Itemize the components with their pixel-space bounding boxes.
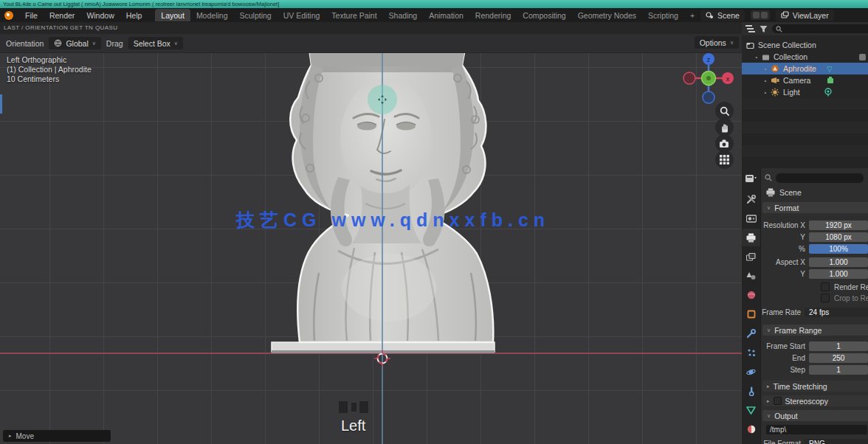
tab-shading[interactable]: Shading [383, 9, 424, 21]
tab-scene[interactable] [742, 267, 760, 285]
tab-sculpting[interactable]: Sculpting [234, 9, 278, 21]
frame-rate-dropdown[interactable]: 24 fps [805, 308, 868, 317]
scene-selector[interactable]: Scene [700, 10, 745, 21]
tab-scripting[interactable]: Scripting [642, 9, 684, 21]
tab-render[interactable] [742, 209, 760, 227]
disclosure-dot[interactable]: • [754, 54, 760, 60]
output-path-field[interactable]: /tmp\ [766, 425, 867, 434]
outliner-search-input[interactable] [772, 24, 868, 33]
tab-uv-editing[interactable]: UV Editing [278, 9, 326, 21]
resolution-y-field[interactable]: 1080 px [809, 232, 868, 242]
tab-particles[interactable] [742, 344, 760, 361]
editor-type-selector[interactable] [742, 170, 760, 187]
tab-constraints[interactable] [742, 382, 760, 400]
menu-render[interactable]: Render [44, 10, 80, 21]
mesh-data-icon[interactable]: ▽ [827, 65, 833, 73]
tab-output[interactable] [742, 229, 760, 246]
add-workspace-button[interactable]: + [684, 9, 700, 21]
tab-view-layer[interactable] [742, 248, 760, 266]
outliner-editor-icon[interactable] [745, 25, 755, 33]
tab-object[interactable] [742, 305, 760, 323]
outliner-row-scene-collection[interactable]: Scene Collection [742, 39, 868, 51]
tab-rendering[interactable]: Rendering [469, 9, 517, 21]
aspect-x-field[interactable]: 1.000 [809, 257, 868, 267]
file-format-dropdown[interactable]: PNG [805, 439, 868, 444]
menu-help[interactable]: Help [120, 10, 148, 21]
tool-icon [746, 195, 756, 204]
collection-info-overlay: (1) Collection | Aphrodite [7, 65, 92, 74]
outliner-item-label[interactable]: Camera [783, 76, 810, 85]
viewport-3d[interactable]: LAST / ORIENTATION GET TN QUASU Orientat… [0, 22, 743, 444]
gizmo-x-neg [683, 72, 695, 84]
outliner-row-light[interactable]: • Light [742, 86, 868, 98]
camera-data-icon[interactable] [827, 77, 836, 84]
new-scene-button[interactable] [753, 12, 760, 18]
disclosure-dot[interactable]: • [762, 89, 768, 96]
section-stereoscopy[interactable]: ▸ Stereoscopy [762, 395, 868, 406]
aspect-y-field[interactable]: 1.000 [809, 269, 868, 279]
tab-geometry-nodes[interactable]: Geometry Nodes [572, 9, 642, 21]
filter-icon[interactable] [760, 25, 768, 33]
row-label: Aspect X [760, 258, 809, 266]
crop-region-checkbox[interactable] [821, 294, 830, 302]
render-region-checkbox[interactable] [821, 282, 830, 291]
disclosure-icon: ▸ [9, 433, 12, 439]
options-button[interactable]: Options ∨ [695, 36, 739, 49]
section-time-stretching[interactable]: ▸ Time Stretching [762, 381, 868, 392]
tab-material[interactable] [742, 420, 760, 438]
disclosure-dot[interactable]: • [762, 77, 768, 84]
menu-file[interactable]: File [19, 10, 44, 21]
tab-modeling[interactable]: Modeling [190, 9, 234, 21]
disclosure-dot[interactable]: • [762, 66, 768, 72]
tab-modifiers[interactable] [742, 325, 760, 342]
restriction-toggle-icon[interactable] [858, 53, 867, 61]
row-render-region: Render Region [760, 282, 868, 292]
collection-icon [762, 53, 770, 61]
tab-physics[interactable] [742, 363, 760, 381]
section-frame-range[interactable]: ∨ Frame Range [762, 325, 868, 336]
tab-texture-paint[interactable]: Texture Paint [326, 9, 382, 21]
tab-world[interactable] [742, 286, 760, 304]
outliner-row-aphrodite[interactable]: • Aphrodite ▽ [742, 63, 868, 74]
view-layer-selector[interactable]: ViewLayer [776, 10, 834, 21]
drag-value: Select Box [134, 39, 170, 48]
unlink-scene-button[interactable] [761, 12, 768, 18]
tab-animation[interactable]: Animation [423, 9, 469, 21]
object-icon [747, 310, 756, 319]
drag-dropdown[interactable]: Select Box ∨ [128, 37, 183, 49]
frame-start-field[interactable]: 1 [809, 341, 868, 351]
light-data-icon[interactable] [824, 88, 833, 97]
outliner-item-label[interactable]: Light [783, 88, 800, 97]
menu-window[interactable]: Window [80, 10, 120, 21]
stereoscopy-checkbox[interactable] [774, 397, 782, 405]
operator-redo-panel[interactable]: ▸ Move [3, 430, 111, 442]
blender-logo-icon[interactable] [4, 11, 13, 20]
properties-search-input[interactable] [776, 173, 864, 183]
tab-layout[interactable]: Layout [155, 9, 190, 21]
resolution-x-field[interactable]: 1920 px [809, 221, 868, 230]
section-time-stretching-title: Time Stretching [774, 382, 827, 391]
outliner-item-label[interactable]: Collection [774, 52, 807, 61]
outliner-row-collection[interactable]: • Collection [742, 51, 868, 63]
frame-end-field[interactable]: 250 [809, 353, 868, 363]
frame-step-field[interactable]: 1 [809, 365, 868, 375]
navigation-gizmo[interactable]: x z [681, 50, 737, 106]
outliner-item-label[interactable]: Aphrodite [783, 64, 816, 73]
orientation-dropdown[interactable]: Global ∨ [49, 37, 100, 49]
resolution-percent-field[interactable]: 100% [809, 244, 868, 254]
view-layer-tab-icon [746, 253, 756, 261]
outliner-item-label[interactable]: Scene Collection [758, 41, 816, 49]
outliner-row-camera[interactable]: • Camera [742, 74, 868, 86]
section-format[interactable]: ∨ Format [762, 202, 868, 213]
row-label: Frame Rate [760, 308, 805, 316]
tab-texture[interactable] [742, 440, 760, 444]
tab-compositing[interactable]: Compositing [517, 9, 571, 21]
ortho-toggle-button[interactable] [715, 150, 734, 169]
tab-object-data[interactable] [742, 401, 760, 419]
tab-tool[interactable] [742, 190, 760, 208]
section-output[interactable]: ∨ Output [762, 410, 868, 421]
properties-search[interactable] [765, 173, 864, 183]
annotation-square [359, 401, 368, 413]
light-object-icon [771, 88, 779, 97]
scene-mini-buttons[interactable] [751, 10, 770, 20]
